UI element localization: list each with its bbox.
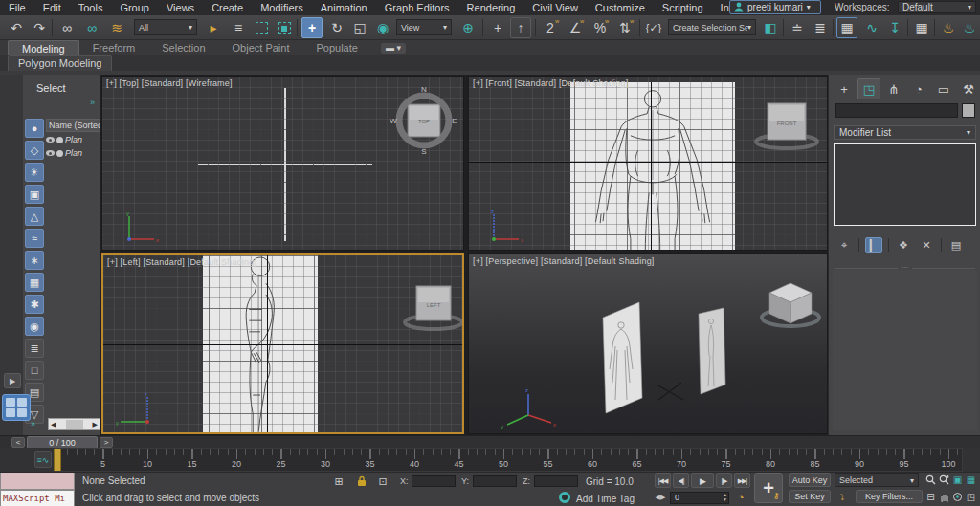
next-frame-button[interactable]: ||▶ [716,473,732,488]
percent-snap-toggle[interactable]: %ʷ [590,17,611,38]
keyboard-shortcut-override-toggle[interactable]: ↑ [510,17,531,38]
layout-expand-arrow-button[interactable]: ▶ [4,373,21,388]
material-editor-button[interactable]: ▦ [911,17,932,38]
viewport-layout-tab-button[interactable] [2,394,31,421]
reference-plane-front[interactable] [570,82,735,251]
absolute-offset-toggle-icon[interactable]: ⊡ [375,474,390,488]
viewport-perspective-label[interactable]: [+] [Perspective] [Standard] [Default Sh… [473,256,655,266]
toggle-ribbon-button[interactable]: ▦ [836,17,858,38]
viewport-perspective[interactable]: z x y [+] [Perspective] [Standard] [Defa… [468,253,828,434]
menu-item-animation[interactable]: Animation [312,0,376,15]
x-coordinate-field[interactable] [412,475,456,487]
menu-item-civil-view[interactable]: Civil View [523,0,586,15]
go-to-start-button[interactable]: |◀◀ [655,473,671,488]
track-bar-ruler[interactable]: 0510152025303540455055606570758085909510… [54,448,963,472]
make-unique-button[interactable]: ❖ [895,237,912,253]
next-frame-button[interactable]: > [100,437,113,448]
menu-item-tools[interactable]: Tools [70,0,112,15]
angle-snap-toggle[interactable]: ∠ʷ [565,17,586,38]
explorer-object-row[interactable]: Plan [46,146,100,160]
scroll-left-arrow[interactable]: ◀ [51,421,56,429]
workspace-dropdown[interactable]: Default ▾ [898,1,976,13]
menu-item-edit[interactable]: Edit [34,0,70,15]
set-key-button[interactable]: Set Key [789,490,831,503]
polygon-modeling-panel-tab[interactable]: Polygon Modeling [8,55,112,71]
select-and-manipulate-button[interactable]: + [487,17,508,38]
filter-lights-icon[interactable]: ☀ [25,163,44,182]
new-key-default-icon[interactable]: ⤵ [835,491,850,504]
time-configuration-icon[interactable]: ◔ [733,491,748,504]
add-time-tag[interactable]: Add Time Tag [576,494,635,504]
set-keys-button[interactable]: +⚷ [754,473,783,503]
rectangular-selection-region-button[interactable] [251,17,272,38]
go-to-end-button[interactable]: ▶▶| [734,473,750,488]
edit-named-selection-sets-button[interactable]: {✓} [643,17,664,38]
named-selection-sets-dropdown[interactable]: Create Selection Se ▾ [668,19,756,35]
menu-item-views[interactable]: Views [158,0,203,15]
snaps-toggle-2d-button[interactable]: 2ʷ [540,17,561,38]
filter-shapes-icon[interactable]: ◇ [25,141,44,160]
play-button[interactable]: ▶ [691,473,714,488]
redo-button[interactable]: ↷ [29,17,50,38]
key-filters-button[interactable]: Key Filters... [856,490,923,503]
object-name-field[interactable] [835,103,958,118]
zoom-region-icon[interactable]: ⊟ [924,491,937,503]
viewport-front[interactable]: [+] [Front] [Standard] [Default Shading]… [468,76,828,251]
select-by-name-button[interactable]: ≡ [228,17,249,38]
menu-item-group[interactable]: Group [111,0,158,15]
show-end-result-button[interactable]: ▎ [865,237,882,253]
spinner-snap-toggle[interactable]: ⇅ʷ [614,17,635,38]
previous-frame-button[interactable]: ◀|| [673,473,689,488]
orbit-icon[interactable] [951,491,964,503]
filter-helpers-icon[interactable]: △ [25,207,44,226]
select-object-button[interactable]: ▸ [203,17,224,38]
filter-cameras-icon[interactable]: ▣ [25,185,44,204]
key-mode-toggle-icon[interactable]: ◀▶ [653,491,668,504]
selection-filter-dropdown[interactable]: All ▾ [134,19,197,35]
maxscript-macro-recorder[interactable] [0,473,75,490]
menu-item-customize[interactable]: Customize [587,0,654,15]
explorer-expand-icon[interactable]: » [90,98,95,107]
render-setup-button[interactable]: ♨ [938,17,959,38]
viewport-left[interactable]: [+] [Left] [Standard] [Default Shading] … [101,253,464,434]
maximize-viewport-toggle-icon[interactable]: ◳ [965,491,977,503]
current-frame-field[interactable]: 0 ▲▼ [670,492,729,504]
configure-modifier-sets-button[interactable]: ▤ [947,237,965,253]
layer-manager-button[interactable]: ≣ [810,17,831,38]
ribbon-tab-freeform[interactable]: Freeform [79,40,149,55]
pan-hand-icon[interactable] [938,491,950,503]
scroll-thumb[interactable] [66,420,83,429]
viewport-top-label[interactable]: [+] [Top] [Standard] [Wireframe] [106,78,233,88]
tab-utilities[interactable]: ⚒ [957,78,980,99]
mini-curve-editor-button[interactable]: ≡∿ [34,451,52,468]
z-coordinate-field[interactable] [534,475,578,487]
mirror-button[interactable]: ◧ [760,17,781,38]
select-and-scale-button[interactable]: ◱ [349,17,370,38]
viewport-left-label[interactable]: [+] [Left] [Standard] [Default Shading] [107,257,256,267]
menu-item-modifiers[interactable]: Modifiers [252,0,312,15]
isolate-selection-icon[interactable]: ⊞ [331,474,346,488]
object-color-swatch[interactable] [962,103,975,118]
select-and-place-button[interactable]: ◉ [372,17,393,38]
user-account-menu[interactable]: preeti kumari ▾ [729,0,821,14]
ribbon-tab-selection[interactable]: Selection [148,40,218,55]
explorer-object-row[interactable]: Plan [46,133,100,146]
explorer-expand-icon-bottom[interactable]: » [31,419,35,429]
align-button[interactable]: ≐ [787,17,808,38]
window-crossing-toggle[interactable] [274,17,295,38]
maxscript-mini-listener[interactable]: MAXScript Mi [0,490,75,506]
filter-bones-icon[interactable]: ∗ [25,251,44,270]
viewcube-compass[interactable]: TOP N E S W [388,82,460,155]
schematic-view-button[interactable]: ↧ [884,17,905,38]
explorer-column-header[interactable]: Name (Sorted A [46,119,100,132]
menu-item-rendering[interactable]: Rendering [458,0,524,15]
menu-item-graph-editors[interactable]: Graph Editors [376,0,458,15]
ribbon-tab-populate[interactable]: Populate [302,40,370,55]
use-pivot-point-center-button[interactable]: ⊕ [457,17,479,38]
unlink-selection-icon[interactable]: ∞ [81,17,102,38]
selection-lock-icon[interactable] [354,474,369,488]
select-and-link-icon[interactable]: ∞ [56,17,78,38]
bind-to-space-warp-icon[interactable]: ≋ [106,17,127,38]
filter-display-blank-icon[interactable]: □ [25,361,44,380]
zoom-all-icon[interactable] [938,473,950,486]
